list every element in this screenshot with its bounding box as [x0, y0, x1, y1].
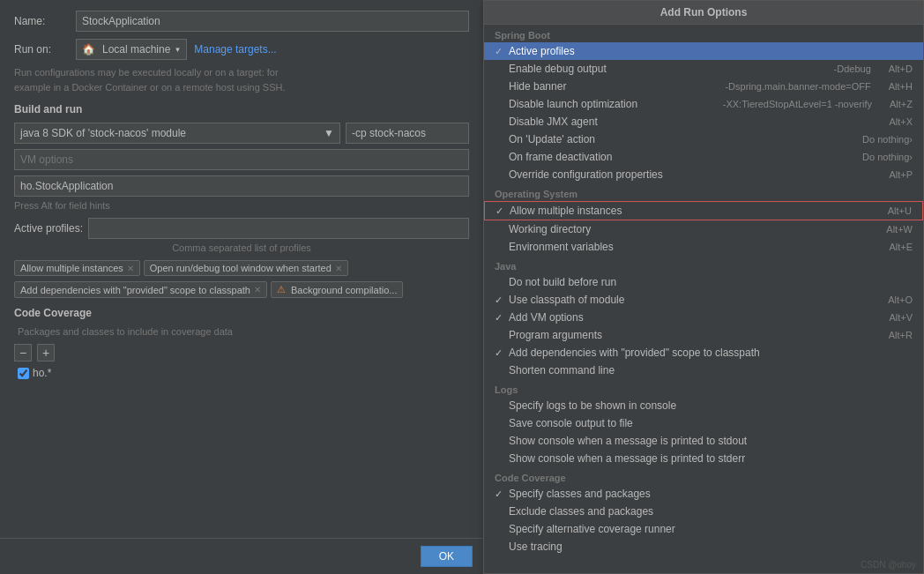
code-coverage-title: Code Coverage — [14, 307, 469, 319]
menu-item-specify-logs[interactable]: Specify logs to be shown in console — [484, 397, 923, 414]
coverage-value: ho.* — [33, 367, 51, 379]
item-text-use-tracing: Use tracing — [509, 540, 913, 553]
menu-item-show-stdout[interactable]: Show console when a message is printed t… — [484, 432, 923, 450]
left-panel: Name: Run on: 🏠 Local machine ▼ Manage t… — [0, 0, 483, 574]
menu-item-add-vm-options[interactable]: ✓Add VM optionsAlt+V — [484, 309, 923, 326]
check-icon-add-dependencies: ✓ — [495, 347, 509, 359]
right-panel: Add Run Options Spring Boot✓Active profi… — [483, 0, 924, 574]
active-profiles-input[interactable] — [88, 218, 469, 239]
section-label-java: Java — [484, 256, 923, 273]
item-sub-on-frame-deactivation: Do nothing — [862, 152, 909, 162]
warning-icon: ⚠ — [277, 284, 286, 295]
shortcut-override-config: Alt+P — [871, 169, 913, 180]
tag-open-run-close[interactable]: ✕ — [335, 264, 342, 273]
run-on-dropdown[interactable]: 🏠 Local machine ▼ — [76, 39, 187, 60]
item-text-disable-launch: Disable launch optimization — [509, 98, 719, 110]
menu-item-on-update[interactable]: On 'Update' actionDo nothing› — [484, 130, 923, 148]
tags-row: Allow multiple instances ✕ Open run/debu… — [14, 260, 469, 276]
tag-bg-compile-label: Background compilatio... — [291, 285, 397, 295]
section-label-spring-boot: Spring Boot — [484, 25, 923, 42]
menu-sections: Spring Boot✓Active profilesEnable debug … — [484, 25, 923, 555]
run-on-value: Local machine — [102, 43, 170, 56]
press-alt-hint: Press Alt for field hints — [14, 200, 469, 211]
item-text-shorten-command: Shorten command line — [509, 364, 913, 376]
tag-add-deps-close[interactable]: ✕ — [254, 285, 261, 294]
menu-item-show-stderr[interactable]: Show console when a message is printed t… — [484, 450, 923, 467]
check-icon-allow-multiple: ✓ — [496, 205, 510, 217]
run-on-row: Run on: 🏠 Local machine ▼ Manage targets… — [14, 39, 469, 60]
menu-item-exclude-classes[interactable]: Exclude classes and packages — [484, 503, 923, 520]
menu-item-add-dependencies[interactable]: ✓Add dependencies with "provided" scope … — [484, 344, 923, 362]
item-text-on-update: On 'Update' action — [509, 133, 859, 145]
item-text-show-stdout: Show console when a message is printed t… — [509, 435, 913, 447]
menu-item-shorten-command[interactable]: Shorten command line — [484, 362, 923, 379]
name-label: Name: — [14, 15, 76, 27]
tag-allow-multiple-close[interactable]: ✕ — [127, 264, 134, 273]
coverage-entry: ho.* — [14, 367, 469, 379]
coverage-plus-btn[interactable]: + — [37, 344, 55, 362]
tag-open-run: Open run/debug tool window when started … — [144, 260, 348, 276]
run-hint: Run configurations may be executed local… — [14, 65, 469, 94]
name-row: Name: — [14, 11, 469, 32]
menu-item-on-frame-deactivation[interactable]: On frame deactivationDo nothing› — [484, 148, 923, 166]
build-row: java 8 SDK of 'stock-nacos' module ▼ — [14, 123, 469, 144]
menu-item-working-directory[interactable]: Working directoryAlt+W — [484, 220, 923, 238]
home-icon: 🏠 — [82, 43, 95, 56]
section-label-operating-system: Operating System — [484, 183, 923, 201]
shortcut-working-directory: Alt+W — [868, 224, 913, 235]
name-input[interactable] — [76, 11, 469, 32]
section-label-logs: Logs — [484, 379, 923, 397]
menu-item-do-not-build[interactable]: Do not build before run — [484, 273, 923, 291]
item-text-enable-debug: Enable debug output — [509, 63, 831, 75]
item-text-do-not-build: Do not build before run — [509, 276, 913, 288]
build-run-section: Build and run java 8 SDK of 'stock-nacos… — [14, 103, 469, 211]
item-text-override-config: Override configuration properties — [509, 168, 871, 181]
build-run-title: Build and run — [14, 103, 469, 116]
item-text-environment-variables: Environment variables — [509, 241, 871, 253]
menu-item-use-classpath[interactable]: ✓Use classpath of moduleAlt+O — [484, 291, 923, 309]
coverage-minus-btn[interactable]: − — [14, 344, 32, 362]
stock-input[interactable] — [346, 123, 469, 144]
menu-item-enable-debug[interactable]: Enable debug output-DdebugAlt+D — [484, 60, 923, 78]
menu-item-save-console[interactable]: Save console output to file — [484, 414, 923, 432]
item-text-program-arguments: Program arguments — [509, 329, 871, 341]
main-class-input[interactable] — [14, 175, 469, 197]
menu-item-disable-jmx[interactable]: Disable JMX agentAlt+X — [484, 113, 923, 130]
shortcut-program-arguments: Alt+R — [871, 330, 913, 340]
item-sub-enable-debug: -Ddebug — [834, 63, 871, 74]
tag-bg-compile: ⚠ Background compilatio... — [271, 281, 403, 298]
manage-targets-link[interactable]: Manage targets... — [194, 43, 276, 56]
menu-item-program-arguments[interactable]: Program argumentsAlt+R — [484, 326, 923, 344]
coverage-checkbox[interactable] — [18, 368, 29, 379]
tags-row-2: Add dependencies with "provided" scope t… — [14, 281, 469, 298]
comma-hint: Comma separated list of profiles — [14, 242, 469, 253]
shortcut-disable-launch: Alt+Z — [872, 99, 913, 109]
menu-item-active-profiles[interactable]: ✓Active profiles — [484, 42, 923, 60]
menu-item-environment-variables[interactable]: Environment variablesAlt+E — [484, 238, 923, 256]
coverage-controls: − + — [14, 344, 469, 362]
tag-allow-multiple: Allow multiple instances ✕ — [14, 260, 140, 276]
run-on-label: Run on: — [14, 43, 76, 56]
item-sub-hide-banner: -Dspring.main.banner-mode=OFF — [725, 81, 870, 92]
sdk-value: java 8 SDK of 'stock-nacos' module — [20, 127, 186, 139]
vm-options-input[interactable] — [14, 149, 469, 170]
tag-add-deps-label: Add dependencies with "provided" scope t… — [20, 285, 250, 295]
sdk-dropdown[interactable]: java 8 SDK of 'stock-nacos' module ▼ — [14, 123, 340, 144]
tag-allow-multiple-label: Allow multiple instances — [20, 263, 123, 273]
menu-item-allow-multiple[interactable]: ✓Allow multiple instancesAlt+U — [484, 201, 923, 220]
shortcut-add-vm-options: Alt+V — [871, 312, 913, 323]
menu-item-override-config[interactable]: Override configuration propertiesAlt+P — [484, 166, 923, 183]
menu-item-hide-banner[interactable]: Hide banner-Dspring.main.banner-mode=OFF… — [484, 78, 923, 95]
arrow-right-icon-on-update: › — [909, 134, 913, 145]
menu-item-use-tracing[interactable]: Use tracing — [484, 538, 923, 555]
item-sub-on-update: Do nothing — [862, 134, 909, 145]
item-text-specify-classes: Specify classes and packages — [509, 488, 913, 500]
ok-button[interactable]: OK — [421, 546, 473, 567]
check-icon-use-classpath: ✓ — [495, 294, 509, 306]
shortcut-allow-multiple: Alt+U — [870, 205, 912, 216]
item-text-show-stderr: Show console when a message is printed t… — [509, 452, 913, 465]
menu-item-specify-classes[interactable]: ✓Specify classes and packages — [484, 485, 923, 503]
menu-item-specify-alt-runner[interactable]: Specify alternative coverage runner — [484, 520, 923, 538]
menu-item-disable-launch[interactable]: Disable launch optimization-XX:TieredSto… — [484, 95, 923, 113]
item-text-use-classpath: Use classpath of module — [509, 294, 870, 306]
